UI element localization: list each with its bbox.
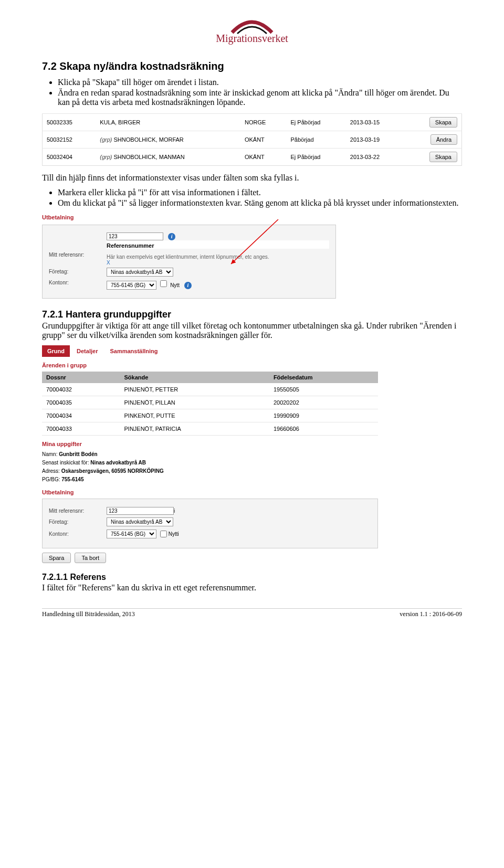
tabs: Grund Detaljer Sammanställning [42, 345, 378, 357]
foretag-select[interactable]: Ninas advokatbyrå AB [107, 517, 173, 526]
kontonr-label: Kontonr: [49, 279, 107, 285]
footer-right: version 1.1 : 2016-06-09 [400, 610, 462, 618]
bullet: Om du klickat på "i" så ligger informati… [58, 198, 462, 208]
case-date: 2013-03-19 [346, 131, 405, 149]
bullet: Klicka på "Skapa" till höger om ärendet … [58, 78, 462, 87]
utbetalning-form: Utbetalning i Referensnummer Mitt refere… [42, 214, 336, 299]
table-row: 50032404 (grp) SHNOBOLHICK, MANMAN OKÄNT… [43, 149, 462, 166]
ref-input[interactable] [107, 232, 163, 240]
ta-bort-button[interactable]: Ta bort [75, 553, 106, 563]
section-721-title: 7.2.1 Hantera grunduppgifter [42, 309, 462, 320]
bullet: Markera eller klicka på "i" för att visa… [58, 188, 462, 197]
skapa-button[interactable]: Skapa [429, 117, 457, 128]
table-row: 70004032PINJENÖT, PETTER19550505 [42, 383, 378, 396]
case-id: 50032404 [43, 149, 96, 166]
info-icon[interactable]: i [178, 531, 179, 537]
tab-detaljer[interactable]: Detaljer [71, 345, 103, 357]
close-popup[interactable]: X [107, 260, 329, 266]
andra-button[interactable]: Ändra [430, 134, 457, 145]
spara-button[interactable]: Spara [42, 553, 71, 563]
table-row: 70004035PINJENÖT, PILLAN20020202 [42, 396, 378, 409]
heading-utbetalning: Utbetalning [42, 489, 378, 495]
info-icon[interactable]: i [184, 282, 192, 289]
bullet: Ändra en redan sparad kostnadsräkning so… [58, 88, 462, 107]
case-country: NORGE [240, 114, 287, 131]
kontonr-select[interactable]: 755-6145 (BG) [107, 281, 156, 290]
col-dossnr: Dossnr [42, 372, 120, 383]
section-721-para: Grunduppgifter är viktiga för att ange t… [42, 321, 462, 340]
table-row: 50032335 KULA, BIRGER NORGE Ej Påbörjad … [43, 114, 462, 131]
case-date: 2013-03-22 [346, 149, 405, 166]
foretag-label: Företag: [49, 268, 107, 274]
case-country: OKÄNT [240, 131, 287, 149]
nytt-label: Nytt [169, 531, 178, 537]
case-status: Ej Påbörjad [287, 149, 346, 166]
section-72-title: 7.2 Skapa ny/ändra kostnadsräkning [42, 60, 462, 72]
ref-label: Mitt referensnr: [49, 508, 107, 514]
kontonr-label: Kontonr: [49, 531, 107, 537]
case-name: (grp) SHNOBOLHICK, MORFAR [96, 131, 240, 149]
arenden-table: Dossnr Sökande Födelsedatum 70004032PINJ… [42, 372, 378, 436]
section-7211-para: I fältet för "Referens" kan du skriva in… [42, 583, 462, 592]
section-72-bullets: Klicka på "Skapa" till höger om ärendet … [58, 78, 462, 107]
logo-arc-icon [226, 16, 278, 37]
skapa-button[interactable]: Skapa [429, 152, 457, 162]
section-7211-title: 7.2.1.1 Referens [42, 573, 462, 582]
case-id: 50032335 [43, 114, 96, 131]
footer-left: Handledning till Biträdessidan, 2013 [42, 610, 135, 618]
heading-arenden-i-grupp: Ärenden i grupp [42, 362, 378, 368]
help-para: Till din hjälp finns det informationstex… [42, 173, 462, 183]
case-name: (grp) SHNOBOLHICK, MANMAN [96, 149, 240, 166]
col-fodelsedatum: Födelsedatum [269, 372, 378, 383]
grunduppgifter-panel: Grund Detaljer Sammanställning Ärenden i… [42, 345, 378, 563]
case-status: Ej Påbörjad [287, 114, 346, 131]
utbetalning-heading: Utbetalning [42, 214, 336, 220]
heading-mina-uppgifter: Mina uppgifter [42, 441, 378, 447]
popup-text: Här kan exempelvis eget klientnummer, in… [107, 254, 329, 260]
ref-label: Mitt referensnr: [49, 251, 107, 258]
info-icon[interactable]: i [168, 233, 175, 240]
case-id: 50032152 [43, 131, 96, 149]
help-bullets: Markera eller klicka på "i" för att visa… [58, 188, 462, 208]
foretag-select[interactable]: Ninas advokatbyrå AB [107, 268, 173, 277]
case-country: OKÄNT [240, 149, 287, 166]
col-sokande: Sökande [120, 372, 269, 383]
table-row: 70004034PINKENÖT, PUTTE19990909 [42, 409, 378, 422]
nytt-label: Nytt [170, 282, 180, 288]
case-date: 2013-03-15 [346, 114, 405, 131]
tab-sammanstallning[interactable]: Sammanställning [104, 345, 163, 357]
case-name: KULA, BIRGER [96, 114, 240, 131]
mina-uppgifter-text: Namn: Gunbritt Bodén Senast inskickat fö… [42, 450, 378, 484]
info-icon[interactable]: i [174, 508, 175, 514]
popup-title: Referensnummer [107, 242, 329, 249]
foretag-label: Företag: [49, 519, 107, 525]
cases-table: 50032335 KULA, BIRGER NORGE Ej Påbörjad … [42, 113, 462, 166]
nytt-checkbox[interactable] [160, 531, 167, 537]
ref-input[interactable] [107, 507, 174, 515]
tab-grund[interactable]: Grund [42, 345, 70, 357]
page-footer: Handledning till Biträdessidan, 2013 ver… [42, 608, 462, 618]
table-row: 70004033PINJENÖT, PATRICIA19660606 [42, 422, 378, 436]
kontonr-select[interactable]: 755-6145 (BG) [107, 530, 156, 538]
case-status: Påbörjad [287, 131, 346, 149]
logo: Migrationsverket [42, 16, 462, 45]
table-row: 50032152 (grp) SHNOBOLHICK, MORFAR OKÄNT… [43, 131, 462, 149]
nytt-checkbox[interactable] [160, 280, 167, 287]
